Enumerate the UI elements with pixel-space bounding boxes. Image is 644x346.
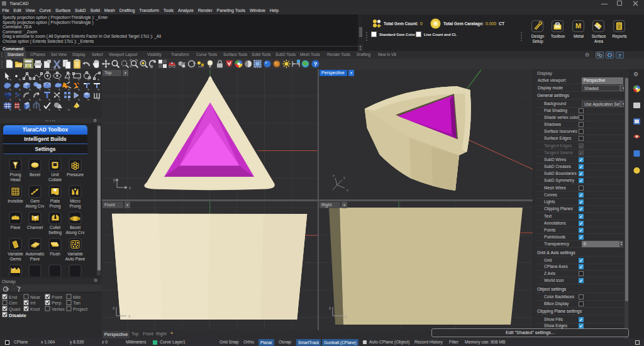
svg-text:Gem: Gem — [30, 199, 40, 203]
svg-text:Gems: Gems — [9, 257, 21, 261]
svg-text:Bezel: Bezel — [30, 172, 40, 177]
svg-text:Pave: Pave — [11, 225, 21, 230]
svg-text:Prong: Prong — [49, 204, 60, 209]
svg-text:Point: Point — [52, 294, 62, 300]
svg-text:Collate: Collate — [48, 177, 62, 182]
svg-text:Along Crv: Along Crv — [26, 204, 45, 209]
svg-text:?: ? — [314, 60, 318, 67]
svg-text:Mid: Mid — [73, 294, 80, 300]
svg-text:x: x — [347, 188, 348, 192]
svg-text:End: End — [9, 294, 17, 300]
svg-text:z: z — [329, 306, 331, 310]
svg-text:y: y — [343, 176, 345, 179]
svg-text:Project: Project — [73, 306, 87, 312]
svg-text:Auto Pave: Auto Pave — [65, 257, 86, 261]
svg-text:Collet: Collet — [50, 225, 60, 230]
svg-text:z: z — [333, 174, 335, 177]
svg-text:Vertex: Vertex — [52, 306, 65, 312]
svg-text:Variable: Variable — [8, 252, 23, 256]
svg-text:Quad: Quad — [9, 306, 20, 312]
svg-text:Invisible: Invisible — [8, 199, 23, 203]
svg-text:Near: Near — [30, 294, 41, 300]
svg-text:Int: Int — [30, 300, 35, 306]
svg-text:Unit: Unit — [51, 172, 58, 177]
svg-text:Cen: Cen — [9, 300, 18, 306]
svg-text:Perp: Perp — [52, 300, 62, 306]
svg-text:z: z — [113, 306, 114, 310]
svg-text:Automatic: Automatic — [25, 252, 45, 256]
svg-text:Variable: Variable — [67, 252, 83, 256]
svg-text:Tan: Tan — [73, 300, 80, 306]
svg-text:Micro: Micro — [70, 199, 80, 203]
svg-text:Bezel: Bezel — [70, 225, 80, 230]
svg-text:x: x — [129, 186, 131, 190]
svg-text:Flush: Flush — [50, 252, 60, 256]
svg-text:Pressure: Pressure — [67, 172, 84, 177]
svg-text:Knot: Knot — [30, 306, 40, 312]
svg-text:Prong: Prong — [69, 204, 80, 209]
svg-text:Along Crv: Along Crv — [66, 230, 85, 235]
svg-text:Setting: Setting — [48, 230, 62, 235]
svg-text:Disable: Disable — [9, 313, 26, 318]
svg-text:Head: Head — [10, 177, 20, 182]
svg-text:Channel: Channel — [27, 225, 43, 230]
svg-text:Plate: Plate — [50, 199, 60, 203]
svg-text:Pave: Pave — [30, 257, 40, 261]
